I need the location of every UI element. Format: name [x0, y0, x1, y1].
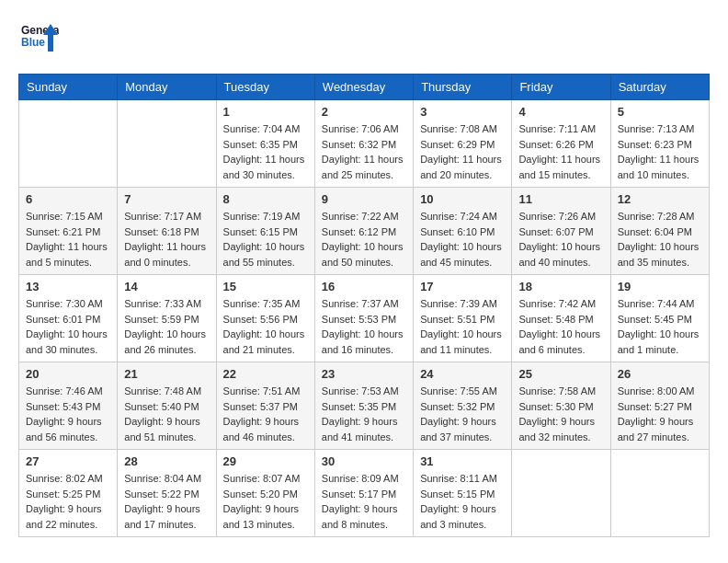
day-info: Sunrise: 7:28 AMSunset: 6:04 PMDaylight:… [618, 209, 702, 270]
day-info: Sunrise: 7:11 AMSunset: 6:26 PMDaylight:… [518, 121, 603, 182]
calendar-cell: 7Sunrise: 7:17 AMSunset: 6:18 PMDaylight… [118, 188, 216, 275]
day-number: 18 [518, 280, 603, 293]
calendar-cell: 28Sunrise: 8:04 AMSunset: 5:22 PMDayligh… [118, 450, 216, 537]
day-info: Sunrise: 7:48 AMSunset: 5:40 PMDaylight:… [124, 384, 209, 444]
calendar-cell: 31Sunrise: 8:11 AMSunset: 5:15 PMDayligh… [414, 450, 512, 537]
calendar-week-row: 20Sunrise: 7:46 AMSunset: 5:43 PMDayligh… [19, 362, 710, 450]
day-number: 17 [420, 280, 505, 293]
weekday-header-friday: Friday [512, 75, 610, 100]
day-number: 16 [322, 280, 406, 293]
day-info: Sunrise: 8:09 AMSunset: 5:17 PMDaylight:… [322, 471, 406, 532]
day-info: Sunrise: 7:53 AMSunset: 5:35 PMDaylight:… [322, 384, 406, 444]
calendar-table: SundayMondayTuesdayWednesdayThursdayFrid… [18, 74, 710, 537]
day-number: 8 [223, 192, 308, 206]
calendar-cell: 17Sunrise: 7:39 AMSunset: 5:51 PMDayligh… [414, 275, 512, 362]
calendar-cell [610, 450, 709, 537]
calendar-cell: 30Sunrise: 8:09 AMSunset: 5:17 PMDayligh… [314, 450, 413, 537]
day-info: Sunrise: 7:22 AMSunset: 6:12 PMDaylight:… [322, 209, 406, 270]
day-number: 23 [322, 367, 406, 381]
calendar-cell: 15Sunrise: 7:35 AMSunset: 5:56 PMDayligh… [216, 275, 314, 362]
day-info: Sunrise: 7:44 AMSunset: 5:45 PMDaylight:… [618, 296, 702, 357]
day-number: 12 [618, 192, 702, 206]
day-info: Sunrise: 7:13 AMSunset: 6:23 PMDaylight:… [618, 121, 702, 182]
day-number: 2 [322, 105, 406, 119]
calendar-cell: 14Sunrise: 7:33 AMSunset: 5:59 PMDayligh… [118, 275, 216, 362]
weekday-header-wednesday: Wednesday [314, 75, 413, 100]
calendar-cell: 1Sunrise: 7:04 AMSunset: 6:35 PMDaylight… [216, 100, 314, 188]
day-info: Sunrise: 7:39 AMSunset: 5:51 PMDaylight:… [420, 296, 505, 357]
calendar-cell: 16Sunrise: 7:37 AMSunset: 5:53 PMDayligh… [314, 275, 413, 362]
day-info: Sunrise: 7:17 AMSunset: 6:18 PMDaylight:… [124, 209, 209, 270]
day-number: 6 [26, 192, 110, 206]
day-number: 9 [322, 192, 406, 206]
day-number: 21 [124, 367, 209, 381]
calendar-cell [118, 100, 216, 188]
calendar-cell: 3Sunrise: 7:08 AMSunset: 6:29 PMDaylight… [414, 100, 512, 188]
day-number: 13 [26, 280, 110, 293]
calendar-cell: 26Sunrise: 8:00 AMSunset: 5:27 PMDayligh… [610, 362, 709, 450]
calendar-cell: 12Sunrise: 7:28 AMSunset: 6:04 PMDayligh… [610, 188, 709, 275]
day-info: Sunrise: 7:30 AMSunset: 6:01 PMDaylight:… [26, 296, 110, 357]
calendar-week-row: 6Sunrise: 7:15 AMSunset: 6:21 PMDaylight… [19, 188, 710, 275]
day-number: 19 [618, 280, 702, 293]
day-info: Sunrise: 7:15 AMSunset: 6:21 PMDaylight:… [26, 209, 110, 270]
calendar-cell: 5Sunrise: 7:13 AMSunset: 6:23 PMDaylight… [610, 100, 709, 188]
day-info: Sunrise: 7:35 AMSunset: 5:56 PMDaylight:… [223, 296, 308, 357]
calendar-cell [19, 100, 118, 188]
day-number: 28 [124, 454, 209, 468]
calendar-cell: 13Sunrise: 7:30 AMSunset: 6:01 PMDayligh… [19, 275, 118, 362]
day-number: 29 [223, 454, 308, 468]
calendar-cell: 11Sunrise: 7:26 AMSunset: 6:07 PMDayligh… [512, 188, 610, 275]
day-info: Sunrise: 7:24 AMSunset: 6:10 PMDaylight:… [420, 209, 505, 270]
calendar-cell: 18Sunrise: 7:42 AMSunset: 5:48 PMDayligh… [512, 275, 610, 362]
calendar-cell: 9Sunrise: 7:22 AMSunset: 6:12 PMDaylight… [314, 188, 413, 275]
calendar-cell: 27Sunrise: 8:02 AMSunset: 5:25 PMDayligh… [19, 450, 118, 537]
day-info: Sunrise: 7:51 AMSunset: 5:37 PMDaylight:… [223, 384, 308, 444]
day-info: Sunrise: 7:04 AMSunset: 6:35 PMDaylight:… [223, 121, 308, 182]
day-info: Sunrise: 7:58 AMSunset: 5:30 PMDaylight:… [518, 384, 603, 444]
day-number: 30 [322, 454, 406, 468]
calendar-cell: 22Sunrise: 7:51 AMSunset: 5:37 PMDayligh… [216, 362, 314, 450]
day-number: 25 [518, 367, 603, 381]
day-info: Sunrise: 7:08 AMSunset: 6:29 PMDaylight:… [420, 121, 505, 182]
calendar-cell: 23Sunrise: 7:53 AMSunset: 5:35 PMDayligh… [314, 362, 413, 450]
svg-text:Blue: Blue [21, 36, 45, 49]
day-number: 1 [223, 105, 308, 119]
calendar-cell: 25Sunrise: 7:58 AMSunset: 5:30 PMDayligh… [512, 362, 610, 450]
calendar-cell: 20Sunrise: 7:46 AMSunset: 5:43 PMDayligh… [19, 362, 118, 450]
day-number: 27 [26, 454, 110, 468]
calendar-cell: 8Sunrise: 7:19 AMSunset: 6:15 PMDaylight… [216, 188, 314, 275]
logo-svg: General Blue [18, 18, 59, 59]
day-info: Sunrise: 7:19 AMSunset: 6:15 PMDaylight:… [223, 209, 308, 270]
day-info: Sunrise: 7:46 AMSunset: 5:43 PMDaylight:… [26, 384, 110, 444]
day-number: 11 [518, 192, 603, 206]
weekday-header-monday: Monday [118, 75, 216, 100]
calendar-week-row: 27Sunrise: 8:02 AMSunset: 5:25 PMDayligh… [19, 450, 710, 537]
day-number: 5 [618, 105, 702, 119]
calendar-cell: 24Sunrise: 7:55 AMSunset: 5:32 PMDayligh… [414, 362, 512, 450]
calendar-week-row: 1Sunrise: 7:04 AMSunset: 6:35 PMDaylight… [19, 100, 710, 188]
day-info: Sunrise: 8:07 AMSunset: 5:20 PMDaylight:… [223, 471, 308, 532]
day-number: 7 [124, 192, 209, 206]
calendar-week-row: 13Sunrise: 7:30 AMSunset: 6:01 PMDayligh… [19, 275, 710, 362]
calendar-cell: 4Sunrise: 7:11 AMSunset: 6:26 PMDaylight… [512, 100, 610, 188]
day-number: 24 [420, 367, 505, 381]
calendar-cell: 19Sunrise: 7:44 AMSunset: 5:45 PMDayligh… [610, 275, 709, 362]
weekday-header-row: SundayMondayTuesdayWednesdayThursdayFrid… [19, 75, 710, 100]
day-number: 3 [420, 105, 505, 119]
calendar-cell: 21Sunrise: 7:48 AMSunset: 5:40 PMDayligh… [118, 362, 216, 450]
day-info: Sunrise: 7:42 AMSunset: 5:48 PMDaylight:… [518, 296, 603, 357]
calendar-cell: 29Sunrise: 8:07 AMSunset: 5:20 PMDayligh… [216, 450, 314, 537]
day-number: 14 [124, 280, 209, 293]
day-info: Sunrise: 8:11 AMSunset: 5:15 PMDaylight:… [420, 471, 505, 532]
calendar-cell [512, 450, 610, 537]
logo: General Blue [18, 18, 59, 59]
day-number: 10 [420, 192, 505, 206]
day-info: Sunrise: 7:26 AMSunset: 6:07 PMDaylight:… [518, 209, 603, 270]
day-number: 22 [223, 367, 308, 381]
page-header: General Blue [18, 18, 710, 59]
day-number: 26 [618, 367, 702, 381]
day-info: Sunrise: 7:06 AMSunset: 6:32 PMDaylight:… [322, 121, 406, 182]
day-info: Sunrise: 7:55 AMSunset: 5:32 PMDaylight:… [420, 384, 505, 444]
calendar-cell: 6Sunrise: 7:15 AMSunset: 6:21 PMDaylight… [19, 188, 118, 275]
